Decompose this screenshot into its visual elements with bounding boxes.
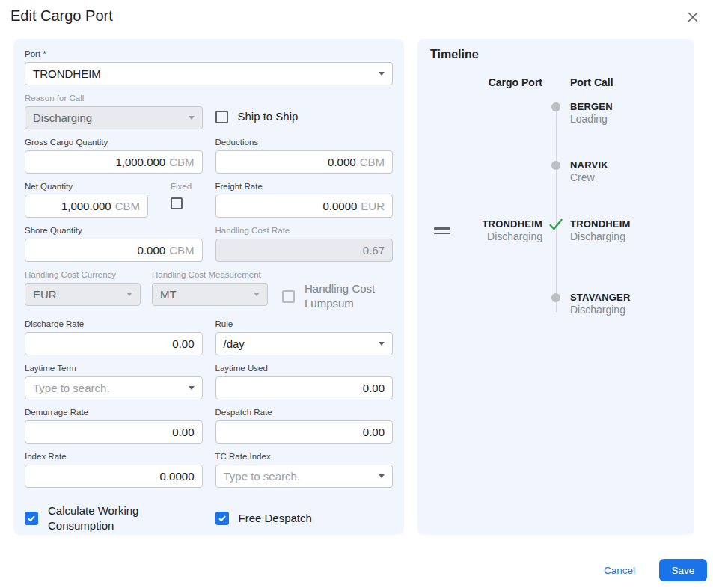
laytime-term-select[interactable]: Type to search. xyxy=(25,376,203,399)
net-quantity-input[interactable] xyxy=(33,200,111,212)
handling-cost-measurement-value: MT xyxy=(160,288,177,301)
free-despatch-label: Free Despatch xyxy=(239,511,312,526)
dot-icon xyxy=(551,293,560,302)
rule-select[interactable]: /day xyxy=(215,332,394,355)
tc-rate-index-placeholder: Type to search. xyxy=(224,470,301,483)
rule-label: Rule xyxy=(215,319,394,329)
edit-cargo-port-dialog: Edit Cargo Port Port * TRONDHEIM Reason … xyxy=(0,0,713,588)
fixed-field: Fixed xyxy=(171,182,192,218)
drag-handle-icon[interactable] xyxy=(434,227,450,237)
despatch-rate-label: Despatch Rate xyxy=(215,408,394,417)
check-icon xyxy=(548,216,564,236)
shore-label: Shore Quantity xyxy=(25,226,203,236)
handling-cost-measurement-label: Handling Cost Measurement xyxy=(152,270,268,280)
rule-field: Rule /day xyxy=(215,319,394,355)
cargo-port-form-panel: Port * TRONDHEIM Reason for Call Dischar… xyxy=(13,39,404,535)
close-icon[interactable] xyxy=(685,10,700,25)
demurrage-rate-label: Demurrage Rate xyxy=(25,408,203,417)
handling-cost-lumpsum-field: Handling Cost Lumpsum xyxy=(282,281,387,311)
freight-rate-unit: EUR xyxy=(361,200,385,212)
reason-value: Discharging xyxy=(33,111,92,124)
timeline-item-bergen: BERGEN Loading xyxy=(570,101,613,126)
shore-unit: CBM xyxy=(169,244,194,257)
handling-cost-currency-value: EUR xyxy=(33,288,57,301)
tc-rate-index-field: TC Rate Index Type to search. xyxy=(215,452,394,488)
free-despatch-checkbox[interactable] xyxy=(215,512,229,525)
cargo-port-reason: Discharging xyxy=(482,230,542,243)
gross-unit: CBM xyxy=(169,156,194,168)
ship-to-ship-label: Ship to Ship xyxy=(238,109,299,124)
chevron-down-icon xyxy=(189,386,195,390)
demurrage-rate-field: Demurrage Rate xyxy=(25,408,203,444)
timeline-item-narvik: NARVIK Crew xyxy=(570,159,608,184)
timeline-column-port-call: Port Call xyxy=(570,76,613,88)
timeline-line xyxy=(556,107,557,312)
net-label: Net Quantity xyxy=(25,182,148,192)
despatch-rate-input[interactable] xyxy=(224,426,385,438)
timeline-title: Timeline xyxy=(430,48,479,61)
handling-cost-currency-label: Handling Cost Currency xyxy=(25,270,141,280)
reason-for-call-select: Discharging xyxy=(25,106,203,129)
index-rate-input[interactable] xyxy=(33,470,195,483)
port-call-name: TRONDHEIM xyxy=(570,218,631,230)
port-call-name: NARVIK xyxy=(570,159,608,171)
timeline-cargo-port-trondheim: TRONDHEIM Discharging xyxy=(482,218,542,243)
calculate-working-consumption-field: Calculate Working Consumption xyxy=(25,503,203,533)
port-field: Port * TRONDHEIM xyxy=(25,49,393,85)
calculate-working-consumption-checkbox[interactable] xyxy=(25,512,38,525)
net-unit: CBM xyxy=(115,200,140,212)
timeline-panel: Timeline Cargo Port Port Call BERGEN Loa… xyxy=(417,39,694,535)
handling-cost-rate-field: Handling Cost Rate xyxy=(215,226,394,262)
handling-cost-lumpsum-label: Handling Cost Lumpsum xyxy=(305,281,387,311)
shore-quantity-input[interactable] xyxy=(33,244,165,257)
freight-rate-input[interactable] xyxy=(224,200,358,212)
handling-cost-currency-field: Handling Cost Currency EUR xyxy=(25,270,141,306)
port-call-reason: Discharging xyxy=(570,230,631,243)
save-button[interactable]: Save xyxy=(659,559,707,581)
port-select[interactable]: TRONDHEIM xyxy=(25,62,393,85)
discharge-rate-field: Discharge Rate xyxy=(25,319,203,355)
net-quantity-row: Net Quantity CBM Fixed xyxy=(25,182,203,218)
laytime-term-label: Laytime Term xyxy=(25,364,203,373)
port-call-reason: Discharging xyxy=(570,304,631,316)
despatch-rate-field: Despatch Rate xyxy=(215,408,394,444)
tc-rate-index-label: TC Rate Index xyxy=(215,452,394,462)
gross-cargo-quantity-input[interactable] xyxy=(33,156,165,168)
cancel-button[interactable]: Cancel xyxy=(598,562,641,579)
ship-to-ship-checkbox[interactable] xyxy=(215,111,228,123)
fixed-label: Fixed xyxy=(171,182,192,192)
deductions-input[interactable] xyxy=(224,156,356,168)
laytime-used-label: Laytime Used xyxy=(215,364,394,373)
index-rate-label: Index Rate xyxy=(25,452,203,462)
timeline-column-cargo-port: Cargo Port xyxy=(489,76,542,88)
handling-cost-measurement-select: MT xyxy=(152,283,268,306)
cargo-port-name: TRONDHEIM xyxy=(482,218,542,230)
reason-label: Reason for Call xyxy=(25,94,203,103)
chevron-down-icon xyxy=(254,293,260,296)
chevron-down-icon xyxy=(379,72,385,76)
laytime-used-input[interactable] xyxy=(224,382,385,394)
timeline-item-trondheim: TRONDHEIM Discharging xyxy=(570,218,631,243)
chevron-down-icon xyxy=(189,116,195,120)
laytime-term-field: Laytime Term Type to search. xyxy=(25,364,203,399)
free-despatch-field: Free Despatch xyxy=(215,503,394,533)
reason-for-call-field: Reason for Call Discharging xyxy=(25,94,203,129)
demurrage-rate-input[interactable] xyxy=(33,426,195,438)
dot-icon xyxy=(551,102,560,111)
freight-rate-label: Freight Rate xyxy=(215,182,394,192)
port-value: TRONDHEIM xyxy=(33,67,101,80)
discharge-rate-input[interactable] xyxy=(33,337,195,350)
timeline-item-stavanger: STAVANGER Discharging xyxy=(570,292,631,316)
ship-to-ship-field: Ship to Ship xyxy=(215,94,394,129)
shore-quantity-field: Shore Quantity CBM xyxy=(25,226,203,262)
tc-rate-index-select[interactable]: Type to search. xyxy=(215,465,394,488)
dialog-footer: Cancel Save xyxy=(598,559,707,581)
gross-cargo-quantity-field: Gross Cargo Quantity CBM xyxy=(25,138,203,174)
chevron-down-icon xyxy=(379,474,385,478)
handling-cost-lumpsum-checkbox xyxy=(282,290,295,303)
index-rate-field: Index Rate xyxy=(25,452,203,488)
freight-rate-field: Freight Rate EUR xyxy=(215,182,394,218)
chevron-down-icon xyxy=(126,293,132,296)
fixed-checkbox[interactable] xyxy=(171,197,183,209)
port-label: Port * xyxy=(25,49,393,59)
